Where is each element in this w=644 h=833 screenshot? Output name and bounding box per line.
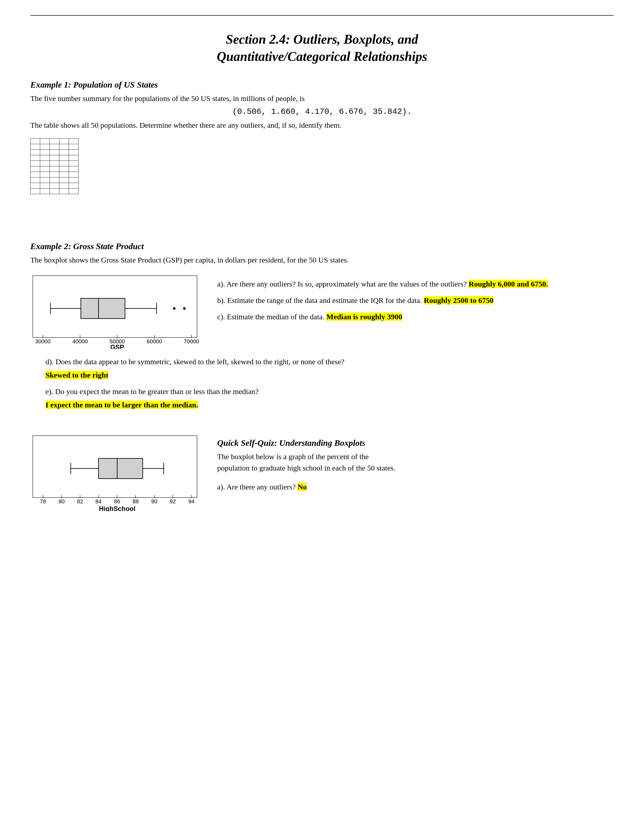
selfquiz-qa-block: a). Are there any outliers? No bbox=[217, 481, 614, 492]
example2-qa: a). Are there any outliers? Is so, appro… bbox=[217, 273, 614, 327]
selfquiz-qa-text: a). Are there any outliers? bbox=[217, 482, 296, 491]
svg-text:88: 88 bbox=[133, 498, 138, 505]
example1-summary: (0.506, 1.660, 4.170, 6.676, 35.842). bbox=[30, 107, 614, 116]
svg-text:30000: 30000 bbox=[35, 338, 50, 344]
example2-boxplot: 30000 40000 50000 60000 70000 GSP bbox=[30, 273, 202, 351]
example2-qb-block: b). Estimate the range of the data and e… bbox=[217, 294, 614, 306]
svg-point-7 bbox=[173, 307, 175, 310]
svg-text:90: 90 bbox=[151, 498, 157, 505]
example2-qe-answer: I expect the mean to be larger than the … bbox=[45, 400, 198, 409]
example1-table bbox=[30, 138, 79, 194]
example2-header: Example 2: Gross State Product bbox=[30, 241, 614, 251]
selfquiz-text1: The boxplot below is a graph of the perc… bbox=[217, 451, 614, 474]
example2-qa-text: a). Are there any outliers? Is so, appro… bbox=[217, 280, 467, 288]
svg-text:GSP: GSP bbox=[110, 343, 124, 349]
example2-qb-answer: Roughly 2500 to 6750 bbox=[424, 296, 493, 304]
svg-text:60000: 60000 bbox=[147, 338, 162, 344]
svg-point-8 bbox=[183, 307, 186, 310]
svg-text:92: 92 bbox=[170, 498, 176, 505]
svg-text:40000: 40000 bbox=[72, 338, 88, 344]
boxplot-svg-hs: 78 80 82 84 86 88 90 92 94 HighSchool bbox=[30, 433, 202, 511]
example2-qa-block: a). Are there any outliers? Is so, appro… bbox=[217, 278, 614, 289]
example2-qd-block: d). Does the data appear to be symmetric… bbox=[45, 356, 614, 381]
example1-text2: The table shows all 50 populations. Dete… bbox=[30, 119, 614, 131]
selfquiz-section: 78 80 82 84 86 88 90 92 94 HighSchool bbox=[30, 433, 614, 513]
selfquiz-boxplot: 78 80 82 84 86 88 90 92 94 HighSchool bbox=[30, 433, 202, 513]
svg-text:78: 78 bbox=[40, 498, 46, 505]
example2-qc-text: c). Estimate the median of the data. bbox=[217, 312, 325, 321]
svg-rect-3 bbox=[81, 298, 125, 318]
svg-text:80: 80 bbox=[59, 498, 64, 505]
example2-text1: The boxplot shows the Gross State Produc… bbox=[30, 254, 614, 265]
selfquiz-qa: Quick Self-Quiz: Understanding Boxplots … bbox=[217, 433, 614, 497]
example2-qc-answer: Median is roughly 3900 bbox=[326, 312, 402, 321]
svg-rect-23 bbox=[98, 458, 143, 479]
selfquiz-boxplot-section: 78 80 82 84 86 88 90 92 94 HighSchool bbox=[30, 433, 614, 513]
page-title: Section 2.4: Outliers, Boxplots, and Qua… bbox=[30, 31, 614, 65]
svg-text:86: 86 bbox=[114, 498, 120, 505]
example1-text1: The five number summary for the populati… bbox=[30, 93, 614, 104]
example1-section: Example 1: Population of US States The f… bbox=[30, 80, 614, 206]
example2-qb-text: b). Estimate the range of the data and e… bbox=[217, 296, 422, 304]
svg-text:70000: 70000 bbox=[184, 338, 199, 344]
example2-qd-answer: Skewed to the right bbox=[45, 371, 108, 379]
boxplot-svg-gsp: 30000 40000 50000 60000 70000 GSP bbox=[30, 273, 202, 349]
svg-text:94: 94 bbox=[188, 498, 195, 505]
example2-boxplot-section: 30000 40000 50000 60000 70000 GSP a). Ar… bbox=[30, 273, 614, 351]
example2-section: Example 2: Gross State Product The boxpl… bbox=[30, 241, 614, 410]
top-divider bbox=[30, 15, 614, 16]
selfquiz-header: Quick Self-Quiz: Understanding Boxplots bbox=[217, 438, 614, 448]
example1-header: Example 1: Population of US States bbox=[30, 80, 614, 90]
example2-qe-text: e). Do you expect the mean to be greater… bbox=[45, 386, 614, 397]
svg-text:82: 82 bbox=[77, 498, 83, 505]
example2-qc-block: c). Estimate the median of the data. Med… bbox=[217, 311, 614, 322]
example2-qd-text: d). Does the data appear to be symmetric… bbox=[45, 356, 614, 367]
example2-qa-answer: Roughly 6,000 and 6750. bbox=[469, 280, 548, 288]
svg-text:84: 84 bbox=[95, 498, 101, 505]
svg-text:HighSchool: HighSchool bbox=[99, 505, 135, 511]
selfquiz-qa-answer: No bbox=[298, 482, 307, 491]
example2-qe-block: e). Do you expect the mean to be greater… bbox=[45, 386, 614, 410]
